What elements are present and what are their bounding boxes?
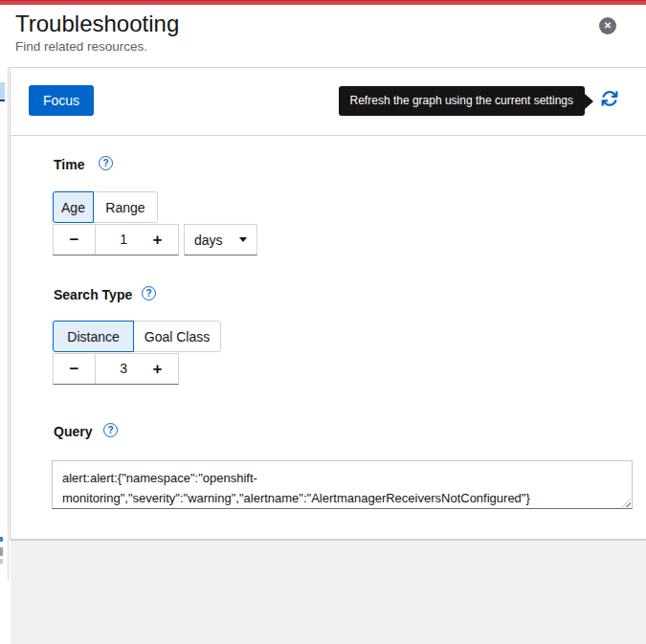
time-number-input: − 1 + [53, 224, 179, 255]
plus-icon: + [153, 360, 163, 379]
plus-button[interactable]: + [137, 354, 178, 384]
background-page-border [8, 67, 9, 581]
toggle-goal-class[interactable]: Goal Class [133, 321, 221, 352]
toolbar-divider [11, 135, 646, 136]
sync-icon [601, 96, 618, 110]
top-accent-bar [0, 0, 646, 5]
search-type-value[interactable]: 3 [95, 354, 137, 384]
search-type-help-icon[interactable]: ? [142, 286, 156, 300]
page-title: Troubleshooting [15, 11, 179, 37]
minus-button[interactable]: − [54, 354, 95, 384]
refresh-button[interactable] [600, 90, 619, 109]
time-label: Time [54, 157, 84, 173]
bottom-background-area [11, 541, 646, 644]
toggle-distance[interactable]: Distance [53, 321, 134, 352]
search-type-number-input: − 3 + [53, 353, 179, 385]
query-help-icon[interactable]: ? [103, 423, 118, 437]
search-type-label: Search Type [54, 287, 132, 303]
focus-button[interactable]: Focus [29, 85, 94, 116]
refresh-tooltip: Refresh the graph using the current sett… [339, 86, 585, 116]
search-type-toggle: Distance Goal Class [53, 321, 221, 352]
time-mode-toggle: Age Range [53, 191, 158, 223]
settings-card: Focus Refresh the graph using the curren… [10, 67, 646, 541]
plus-icon: + [153, 231, 163, 250]
time-unit-value: days [194, 233, 223, 248]
caret-down-icon [239, 237, 247, 242]
query-field-wrapper: alert:alert:{"namespace":"openshift-moni… [52, 460, 633, 509]
query-label: Query [54, 424, 92, 440]
time-help-icon[interactable]: ? [99, 156, 113, 170]
plus-button[interactable]: + [137, 225, 178, 255]
toggle-range[interactable]: Range [93, 191, 158, 223]
background-fragment [0, 559, 3, 564]
minus-button[interactable]: − [54, 225, 95, 255]
page-subtitle: Find related resources. [15, 39, 147, 55]
time-unit-select[interactable]: days [184, 224, 257, 255]
minus-icon: − [70, 231, 79, 250]
time-value[interactable]: 1 [95, 225, 137, 255]
toggle-age[interactable]: Age [53, 191, 94, 223]
query-textarea[interactable]: alert:alert:{"namespace":"openshift-moni… [52, 460, 633, 509]
close-icon: ✕ [604, 21, 612, 31]
background-fragment [0, 547, 3, 556]
minus-icon: − [70, 360, 79, 379]
close-button[interactable]: ✕ [599, 17, 616, 34]
troubleshooting-panel: Troubleshooting Find related resources. … [0, 0, 646, 644]
background-fragment [0, 537, 3, 542]
background-link-fragment [0, 82, 5, 101]
tooltip-arrow [585, 94, 593, 109]
